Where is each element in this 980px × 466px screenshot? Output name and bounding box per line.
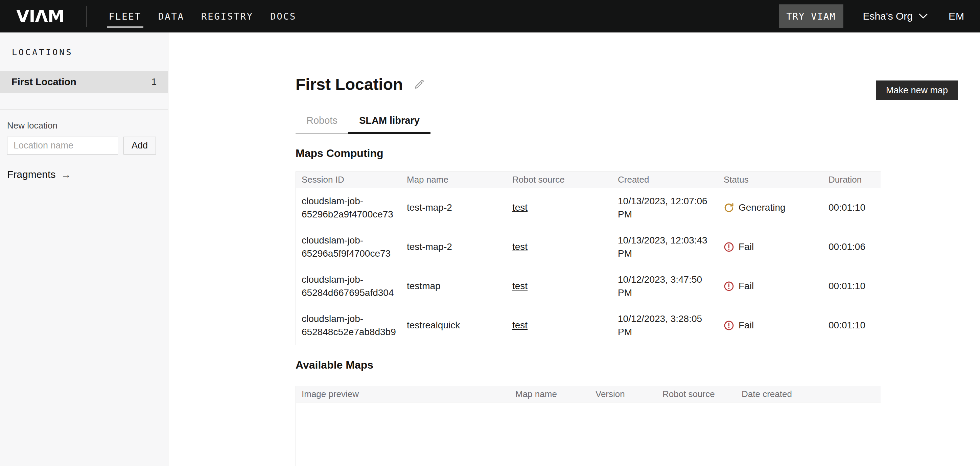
duration-cell: 00:01:10	[823, 279, 881, 293]
nav-right: TRY VIAM Esha's Org EM	[779, 5, 966, 28]
robot-source-link[interactable]: test	[512, 202, 528, 213]
try-viam-button[interactable]: TRY VIAM	[779, 5, 843, 28]
created-cell: 10/13/2023, 12:07:06 PM	[612, 194, 718, 221]
chevron-down-icon	[919, 14, 928, 19]
org-name: Esha's Org	[863, 11, 913, 22]
fragments-label: Fragments	[7, 169, 56, 180]
map-name-cell: test-map-2	[401, 240, 507, 253]
status-label: Fail	[738, 240, 754, 253]
created-cell: 10/13/2023, 12:03:43 PM	[612, 234, 718, 260]
user-menu-initials[interactable]: EM	[948, 11, 964, 22]
table-row: cloudslam-job-65296b2a9f4700ce73 test-ma…	[296, 188, 881, 227]
nav-divider	[86, 6, 87, 27]
tab[interactable]: Robots	[296, 115, 348, 134]
top-nav: VIΛM FLEET DATA REGISTRY DOCS TRY VIAM E…	[0, 0, 980, 32]
column-header: Robot source	[507, 175, 612, 185]
sidebar-item-location[interactable]: First Location 1	[0, 71, 168, 93]
column-header: Status	[718, 175, 823, 185]
main-content: First Location Make new map Robots SLAM …	[169, 32, 980, 466]
maps-computing-heading: Maps Computing	[296, 147, 980, 160]
available-maps-heading: Available Maps	[296, 359, 980, 371]
status-label: Generating	[738, 201, 786, 214]
fragments-link[interactable]: Fragments →	[7, 169, 71, 180]
primary-nav: FLEET DATA REGISTRY DOCS	[109, 0, 296, 32]
status-cell: Fail	[718, 240, 823, 253]
maps-computing-table: Session ID Map name Robot source Created…	[296, 172, 881, 345]
add-location-button[interactable]: Add	[123, 137, 156, 154]
column-header: Session ID	[296, 175, 401, 185]
column-header: Map name	[401, 175, 507, 185]
app-body: LOCATIONS First Location 1 New location …	[0, 32, 980, 466]
column-header: Created	[612, 175, 718, 185]
duration-cell: 00:01:10	[823, 201, 881, 214]
nav-item[interactable]: REGISTRY	[201, 8, 253, 25]
robot-source-link[interactable]: test	[512, 320, 528, 331]
table-row: cloudslam-job-65284d667695afd304 testmap…	[296, 267, 881, 306]
viam-logo[interactable]: VIΛM	[16, 8, 64, 25]
alert-circle-icon	[724, 242, 734, 252]
session-id-cell: cloudslam-job-65284d667695afd304	[296, 273, 401, 299]
robot-source-link[interactable]: test	[512, 281, 528, 291]
session-id-cell: cloudslam-job-65296b2a9f4700ce73	[296, 194, 401, 221]
duration-cell: 00:01:10	[823, 318, 881, 332]
tab[interactable]: SLAM library	[348, 115, 431, 134]
location-list: First Location 1	[0, 71, 168, 93]
locations-sidebar: LOCATIONS First Location 1 New location …	[0, 32, 169, 466]
column-header: Robot source	[657, 389, 736, 399]
column-header: Version	[590, 389, 657, 399]
map-name-cell: test-map-2	[401, 201, 507, 214]
robot-source-link[interactable]: test	[512, 242, 528, 252]
tabs: Robots SLAM library	[296, 115, 980, 134]
new-location-label: New location	[7, 120, 161, 131]
created-cell: 10/12/2023, 3:28:05 PM	[612, 312, 718, 339]
column-header: Image preview	[296, 389, 510, 399]
duration-cell: 00:01:06	[823, 240, 881, 253]
table-row: cloudslam-job-652848c52e7ab8d3b9 testrea…	[296, 306, 881, 345]
page-title: First Location	[296, 75, 403, 94]
sidebar-divider	[0, 109, 168, 110]
sidebar-heading: LOCATIONS	[12, 47, 168, 57]
available-maps-table-body	[296, 402, 881, 466]
status-label: Fail	[738, 279, 754, 293]
session-id-cell: cloudslam-job-652848c52e7ab8d3b9	[296, 312, 401, 339]
session-id-cell: cloudslam-job-65296a5f9f4700ce73	[296, 234, 401, 260]
alert-circle-icon	[724, 281, 734, 291]
location-count-badge: 1	[151, 77, 157, 87]
maps-computing-table-header: Session ID Map name Robot source Created…	[296, 172, 881, 188]
make-new-map-button[interactable]: Make new map	[876, 81, 958, 100]
table-row: cloudslam-job-65296a5f9f4700ce73 test-ma…	[296, 227, 881, 267]
map-name-cell: testmap	[401, 279, 507, 293]
location-name-input[interactable]	[7, 137, 118, 154]
status-label: Fail	[738, 318, 754, 332]
new-location-section: New location Add	[7, 120, 161, 154]
alert-circle-icon	[724, 320, 734, 331]
available-maps-table: Image preview Map name Version Robot sou…	[296, 386, 881, 466]
column-header: Date created	[736, 389, 881, 399]
arrow-right-icon: →	[61, 169, 71, 180]
status-cell: Fail	[718, 318, 823, 332]
status-cell: Fail	[718, 279, 823, 293]
column-header: Duration	[823, 175, 881, 185]
nav-item[interactable]: DATA	[158, 8, 184, 25]
available-maps-table-header: Image preview Map name Version Robot sou…	[296, 386, 881, 402]
nav-item[interactable]: DOCS	[270, 8, 296, 25]
status-cell: Generating	[718, 201, 823, 214]
edit-pencil-icon[interactable]	[413, 78, 425, 91]
map-name-cell: testrealquick	[401, 318, 507, 332]
refresh-icon	[724, 202, 734, 213]
nav-item[interactable]: FLEET	[109, 8, 142, 25]
org-switcher[interactable]: Esha's Org	[863, 11, 928, 22]
location-name: First Location	[11, 76, 76, 87]
column-header: Map name	[510, 389, 590, 399]
created-cell: 10/12/2023, 3:47:50 PM	[612, 273, 718, 299]
